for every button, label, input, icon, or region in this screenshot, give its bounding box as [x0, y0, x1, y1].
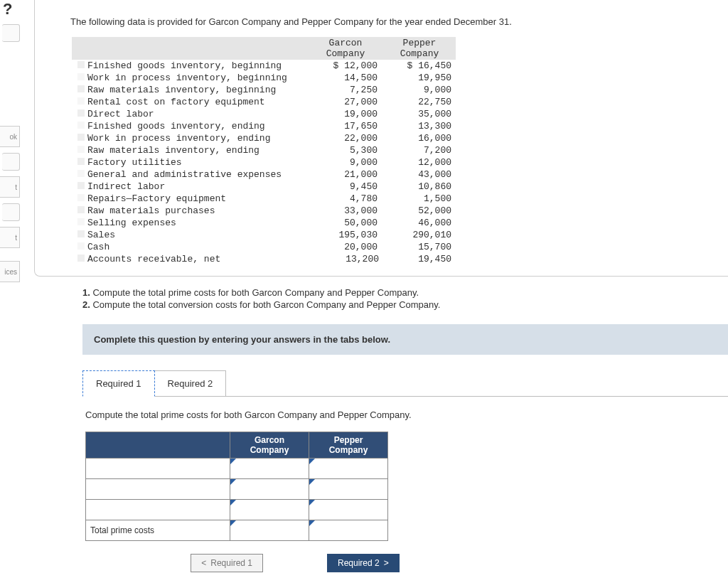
row-label: Direct labor	[72, 108, 309, 120]
sidebar-btn-1[interactable]	[2, 24, 20, 42]
row-garcon-value: 9,450	[309, 181, 383, 193]
row-label: Cash	[72, 241, 309, 253]
answer-col-pepper: PepperCompany	[309, 432, 388, 459]
row-garcon-value: 13,200	[309, 253, 383, 265]
row-label: Work in process inventory, ending	[72, 132, 309, 144]
row-garcon-value: 33,000	[309, 205, 383, 217]
tab-required-2[interactable]: Required 2	[154, 370, 227, 397]
row-pepper-value: 52,000	[383, 205, 456, 217]
row-pepper-value: 19,450	[383, 253, 456, 265]
table-row: General and administrative expenses21,00…	[72, 168, 456, 181]
row-garcon-value: 21,000	[309, 168, 383, 181]
intro-text: The following data is provided for Garco…	[70, 16, 717, 27]
row-label: Sales	[72, 229, 309, 241]
table-row: Raw materials inventory, beginning7,2509…	[72, 84, 456, 96]
row-pepper-value: 35,000	[383, 108, 456, 120]
row-label: Raw materials inventory, ending	[72, 144, 309, 156]
row-garcon-value: 9,000	[309, 156, 383, 168]
row-garcon-value: 27,000	[309, 96, 383, 108]
row-pepper-value: 7,200	[383, 144, 456, 156]
answer-col-garcon: GarconCompany	[230, 432, 309, 459]
sidebar-btn-2[interactable]	[2, 153, 20, 171]
row-pepper-value: 9,000	[383, 84, 456, 96]
answer-row-1-label[interactable]	[86, 459, 230, 479]
answer-table: GarconCompany PepperCompany	[85, 432, 388, 541]
table-row: Finished goods inventory, ending17,65013…	[72, 120, 456, 132]
question-list: 1. Compute the total prime costs for bot…	[34, 287, 728, 310]
answer-row-2-pepper[interactable]	[309, 479, 388, 500]
row-label: Rental cost on factory equipment	[72, 96, 309, 108]
tab-strip: Required 1 Required 2	[82, 370, 728, 397]
answer-row-3-pepper[interactable]	[309, 500, 388, 520]
sidebar-btn-ices[interactable]: ices	[0, 261, 20, 282]
next-button[interactable]: Required 2 >	[327, 554, 400, 572]
table-row: Cash20,00015,700	[72, 241, 456, 253]
row-garcon-value: 195,030	[309, 229, 383, 241]
row-label: Raw materials inventory, beginning	[72, 84, 309, 96]
table-row: Sales195,030290,010	[72, 229, 456, 241]
row-garcon-value: 20,000	[309, 241, 383, 253]
tab1-prompt: Compute the total prime costs for both G…	[85, 409, 725, 420]
row-label: Accounts receivable, net	[72, 253, 309, 265]
answer-row-2-garcon[interactable]	[230, 479, 309, 500]
row-label: Selling expenses	[72, 217, 309, 229]
row-garcon-value: 22,000	[309, 132, 383, 144]
answer-total-label: Total prime costs	[86, 520, 230, 541]
answer-row-2-label[interactable]	[86, 479, 230, 500]
answer-row-1-garcon[interactable]	[230, 459, 309, 479]
table-row: Factory utilities9,00012,000	[72, 156, 456, 168]
row-pepper-value: 19,950	[383, 72, 456, 84]
table-row: Raw materials purchases33,00052,000	[72, 205, 456, 217]
row-garcon-value: 4,780	[309, 193, 383, 205]
row-label: General and administrative expenses	[72, 168, 309, 181]
row-label: Indirect labor	[72, 181, 309, 193]
row-pepper-value: 10,860	[383, 181, 456, 193]
row-pepper-value: 22,750	[383, 96, 456, 108]
row-pepper-value: 15,700	[383, 241, 456, 253]
row-label: Work in process inventory, beginning	[72, 72, 309, 84]
table-row: Work in process inventory, ending22,0001…	[72, 132, 456, 144]
instruction-bar: Complete this question by entering your …	[82, 324, 728, 355]
row-pepper-value: 290,010	[383, 229, 456, 241]
header-pepper: PepperCompany	[383, 37, 456, 60]
question-card: The following data is provided for Garco…	[34, 0, 728, 277]
row-garcon-value: 7,250	[309, 84, 383, 96]
row-label: Finished goods inventory, ending	[72, 120, 309, 132]
row-garcon-value: 5,300	[309, 144, 383, 156]
sidebar-btn-ok[interactable]: ok	[0, 126, 20, 147]
tab-required-1[interactable]: Required 1	[82, 370, 155, 397]
sidebar-btn-3[interactable]	[2, 203, 20, 221]
row-label: Factory utilities	[72, 156, 309, 168]
left-sidebar: ? ok t t ices	[0, 0, 20, 572]
table-row: Finished goods inventory, beginning$ 12,…	[72, 60, 456, 72]
row-garcon-value: 14,500	[309, 72, 383, 84]
table-row: Direct labor19,00035,000	[72, 108, 456, 120]
table-row: Indirect labor9,45010,860	[72, 181, 456, 193]
row-pepper-value: 16,000	[383, 132, 456, 144]
row-garcon-value: $ 12,000	[309, 60, 383, 72]
table-row: Repairs—Factory equipment4,7801,500	[72, 193, 456, 205]
row-garcon-value: 19,000	[309, 108, 383, 120]
row-label: Repairs—Factory equipment	[72, 193, 309, 205]
table-row: Work in process inventory, beginning14,5…	[72, 72, 456, 84]
row-pepper-value: 1,500	[383, 193, 456, 205]
row-label: Raw materials purchases	[72, 205, 309, 217]
answer-total-garcon[interactable]	[230, 520, 309, 541]
row-garcon-value: 17,650	[309, 120, 383, 132]
table-row: Raw materials inventory, ending5,3007,20…	[72, 144, 456, 156]
answer-row-3-garcon[interactable]	[230, 500, 309, 520]
prev-button[interactable]: < Required 1	[191, 554, 263, 572]
answer-row-1-pepper[interactable]	[309, 459, 388, 479]
answer-row-3-label[interactable]	[86, 500, 230, 520]
sidebar-btn-t2[interactable]: t	[0, 227, 20, 248]
tab-content-required-1: Compute the total prime costs for both G…	[82, 397, 728, 572]
question-1: 1. Compute the total prime costs for bot…	[82, 287, 728, 298]
sidebar-btn-t1[interactable]: t	[0, 176, 20, 198]
row-pepper-value: 43,000	[383, 168, 456, 181]
chevron-right-icon: >	[384, 558, 389, 568]
table-row: Accounts receivable, net13,20019,450	[72, 253, 456, 265]
answer-total-pepper[interactable]	[309, 520, 388, 541]
row-pepper-value: 13,300	[383, 120, 456, 132]
question-2: 2. Compute the total conversion costs fo…	[82, 299, 728, 310]
row-label: Finished goods inventory, beginning	[72, 60, 309, 72]
